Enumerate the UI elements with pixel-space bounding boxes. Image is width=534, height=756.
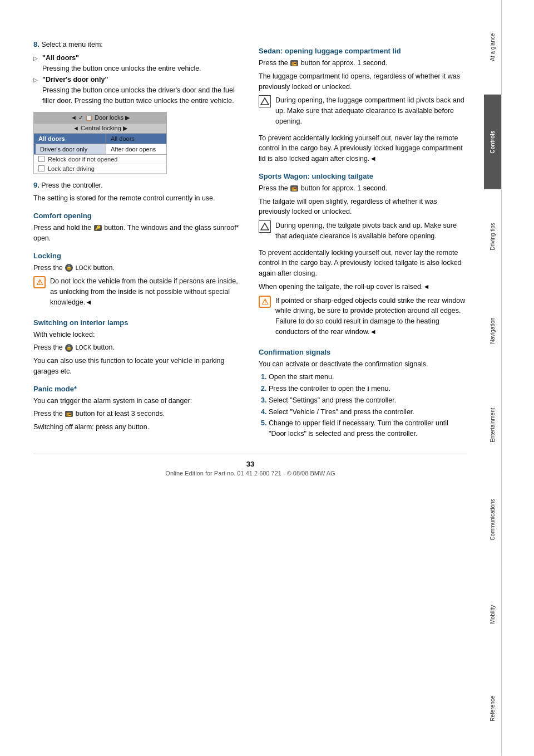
locking-heading: Locking xyxy=(33,252,242,260)
sw-warning-icon: ⚠ xyxy=(259,296,271,308)
sedan-heading: Sedan: opening luggage compartment lid xyxy=(259,47,467,55)
step-9-body: The setting is stored for the remote con… xyxy=(33,193,242,204)
sports-wagon-heading: Sports Wagon: unlocking tailgate xyxy=(259,172,467,180)
sedan-body2: The luggage compartment lid opens, regar… xyxy=(259,71,467,92)
step-9: 9. Press the controller. The setting is … xyxy=(33,180,242,204)
locking-section: Locking Press the 🔒 LOCK button. ⚠ Do no… xyxy=(33,252,242,311)
sidebar-tab-navigation[interactable]: Navigation xyxy=(484,283,502,378)
sedan-body1: Press the 📻 button for approx. 1 second. xyxy=(259,58,467,68)
comfort-opening-body: Press and hold the 🔑 button. The windows… xyxy=(33,223,242,244)
step-8-label: 8. Select a menu item: xyxy=(33,39,242,50)
relock-label: Relock door if not opened xyxy=(48,156,117,163)
sports-wagon-note-text: During opening, the tailgate pivots back… xyxy=(275,220,467,242)
conf-step-4: Select "Vehicle / Tires" and press the c… xyxy=(269,407,467,418)
all-doors-left: All doors xyxy=(34,134,106,144)
sedan-note: During opening, the luggage compartment … xyxy=(259,95,467,129)
main-content: 8. Select a menu item: "All doors" Press… xyxy=(0,0,484,756)
sidebar-tab-reference[interactable]: Reference xyxy=(484,661,502,756)
sedan-note-icon xyxy=(259,95,271,107)
sidebar-tab-at-a-glance[interactable]: At a glance xyxy=(484,0,502,95)
locking-body: Press the 🔒 LOCK button. xyxy=(33,263,242,273)
door-locks-title: ◄ ✓ 📋 Door locks ▶ xyxy=(34,112,166,124)
sidebar-tab-controls[interactable]: Controls xyxy=(484,95,502,189)
sedan-btn-icon: 📻 xyxy=(290,60,298,66)
switching-body2: Press the 🔒 LOCK button. xyxy=(33,342,242,353)
two-column-layout: 8. Select a menu item: "All doors" Press… xyxy=(33,39,467,443)
sports-wagon-body2: The tailgate will open slightly, regardl… xyxy=(259,197,467,218)
comfort-opening-section: Comfort opening Press and hold the 🔑 but… xyxy=(33,212,242,244)
sidebar-tab-entertainment[interactable]: Entertainment xyxy=(484,378,502,473)
sidebar-tab-mobility[interactable]: Mobility xyxy=(484,567,502,662)
sports-wagon-warning: ⚠ If pointed or sharp-edged objects coul… xyxy=(259,296,467,340)
page-footer: 33 Online Edition for Part no. 01 41 2 6… xyxy=(33,454,467,482)
confirmation-heading: Confirmation signals xyxy=(259,348,467,356)
lock-icon-2: 🔒 xyxy=(65,344,73,352)
relock-checkbox[interactable] xyxy=(38,156,44,162)
conf-step-2: Press the controller to open the i menu. xyxy=(269,384,467,394)
lock-after-row[interactable]: Lock after driving xyxy=(34,164,166,174)
switching-body1: With vehicle locked: xyxy=(33,330,242,340)
drivers-door-row[interactable]: Driver's door only After door opens xyxy=(34,144,166,155)
panic-body1: You can trigger the alarm system in case… xyxy=(33,396,242,406)
switching-body3: You can also use this function to locate… xyxy=(33,356,242,377)
step-8-list: "All doors" Pressing the button once unl… xyxy=(33,53,242,106)
sedan-note-text: During opening, the luggage compartment … xyxy=(275,95,467,126)
left-column: 8. Select a menu item: "All doors" Press… xyxy=(33,39,242,443)
sidebar: At a glance Controls Driving tips Naviga… xyxy=(484,0,502,756)
all-doors-row[interactable]: All doors All doors xyxy=(34,134,166,144)
conf-step-3: Select "Settings" and press the controll… xyxy=(269,395,467,406)
sidebar-tab-communications[interactable]: Communications xyxy=(484,473,502,567)
sports-wagon-body1: Press the 📻 button for approx. 1 second. xyxy=(259,183,467,194)
drivers-door-right: After door opens xyxy=(106,144,160,154)
sports-wagon-warning-text: If pointed or sharp-edged objects could … xyxy=(275,296,467,337)
door-locks-ui: ◄ ✓ 📋 Door locks ▶ ◄ Central locking ▶ A… xyxy=(33,112,167,174)
page-wrapper: 8. Select a menu item: "All doors" Press… xyxy=(0,0,534,756)
sports-wagon-section: Sports Wagon: unlocking tailgate Press t… xyxy=(259,172,467,340)
comfort-opening-heading: Comfort opening xyxy=(33,212,242,220)
sidebar-tab-driving-tips[interactable]: Driving tips xyxy=(484,189,502,284)
sedan-body3: To prevent accidentally locking yourself… xyxy=(259,133,467,164)
sports-wagon-note-icon xyxy=(259,220,271,233)
panic-key-icon: 📻 xyxy=(65,411,73,417)
sw-btn-icon: 📻 xyxy=(290,185,298,192)
drivers-door-item: "Driver's door only" Pressing the button… xyxy=(33,75,242,106)
panic-body3: Switching off alarm: press any button. xyxy=(33,422,242,433)
sports-wagon-body3: To prevent accidentally locking yourself… xyxy=(259,248,467,279)
confirmation-body1: You can activate or deactivate the confi… xyxy=(259,359,467,370)
lock-after-checkbox[interactable] xyxy=(38,165,44,171)
panic-heading: Panic mode* xyxy=(33,385,242,393)
lock-icon: 🔒 xyxy=(65,264,73,272)
step-8: 8. Select a menu item: "All doors" Press… xyxy=(33,39,242,106)
sports-wagon-note: During opening, the tailgate pivots back… xyxy=(259,220,467,244)
all-doors-item: "All doors" Pressing the button once unl… xyxy=(33,53,242,74)
locking-warning: ⚠ Do not lock the vehicle from the outsi… xyxy=(33,276,242,310)
sidebar-tabs: At a glance Controls Driving tips Naviga… xyxy=(484,0,502,756)
confirmation-section: Confirmation signals You can activate or… xyxy=(259,348,467,439)
warning-icon: ⚠ xyxy=(33,276,46,288)
panic-section: Panic mode* You can trigger the alarm sy… xyxy=(33,385,242,433)
confirmation-steps: Open the start menu. Press the controlle… xyxy=(269,372,467,439)
sedan-section: Sedan: opening luggage compartment lid P… xyxy=(259,47,467,164)
panic-body2: Press the 📻 button for at least 3 second… xyxy=(33,409,242,419)
lock-after-label: Lock after driving xyxy=(48,165,95,172)
step-9-label: 9. Press the controller. xyxy=(33,180,242,191)
sports-wagon-body4: When opening the tailgate, the roll-up c… xyxy=(259,282,467,292)
page-number: 33 xyxy=(33,460,467,468)
svg-marker-1 xyxy=(261,223,269,230)
all-doors-right: All doors xyxy=(106,134,139,144)
conf-step-5: Change to upper field if necessary. Turn… xyxy=(269,418,467,439)
switching-heading: Switching on interior lamps xyxy=(33,318,242,327)
switching-section: Switching on interior lamps With vehicle… xyxy=(33,318,242,377)
key-icon: 🔑 xyxy=(94,225,102,231)
right-column: Sedan: opening luggage compartment lid P… xyxy=(259,39,467,443)
door-locks-subtitle: ◄ Central locking ▶ xyxy=(34,124,166,134)
svg-marker-0 xyxy=(261,98,269,105)
drivers-door-left: Driver's door only xyxy=(34,144,106,154)
conf-step-1: Open the start menu. xyxy=(269,372,467,382)
locking-warning-text: Do not lock the vehicle from the outside… xyxy=(50,276,242,307)
relock-row[interactable]: Relock door if not opened xyxy=(34,155,166,164)
footer-text: Online Edition for Part no. 01 41 2 600 … xyxy=(165,470,335,477)
